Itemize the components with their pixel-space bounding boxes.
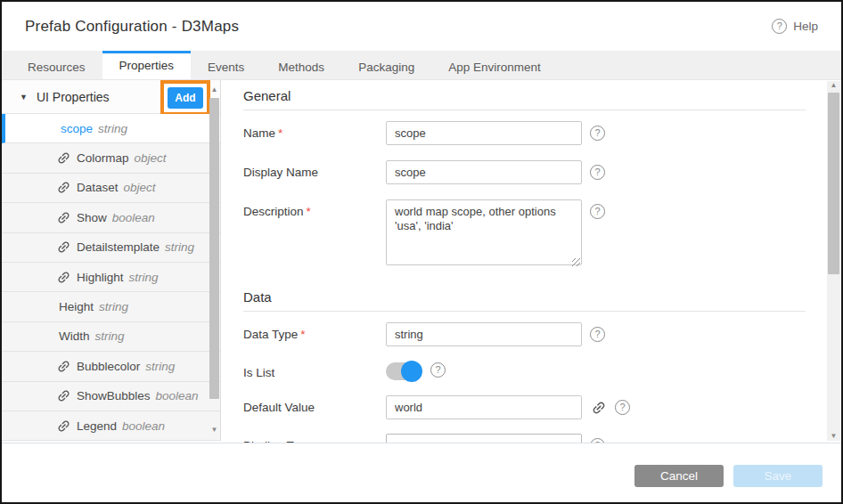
link-icon: [53, 266, 74, 288]
data-type-help-icon[interactable]: ?: [590, 327, 605, 342]
tab-packaging[interactable]: Packaging: [341, 51, 431, 79]
property-type: boolean: [156, 389, 199, 402]
property-name: Legend: [77, 419, 117, 433]
property-item-highlight[interactable]: Highlight string: [2, 263, 220, 292]
bind-link-icon[interactable]: [587, 396, 610, 419]
ui-properties-sidebar: ▼ UI Properties Add scope string Colorma…: [2, 80, 221, 441]
description-help-icon[interactable]: ?: [590, 204, 605, 219]
property-type: string: [98, 122, 127, 135]
field-row-name: Name ?: [243, 121, 806, 145]
scroll-down-icon[interactable]: ▼: [211, 426, 218, 435]
is-list-toggle[interactable]: [386, 362, 420, 380]
dialog-title: Prefab Configuration - D3Maps: [25, 18, 239, 36]
help-label: Help: [793, 20, 818, 33]
scroll-up-icon[interactable]: ▲: [831, 81, 838, 90]
tab-bar: Resources Properties Events Methods Pack…: [2, 51, 841, 80]
property-name: Bubblecolor: [77, 360, 140, 373]
is-list-label: Is List: [243, 361, 386, 379]
collapse-caret-icon[interactable]: ▼: [20, 93, 28, 102]
link-icon: [53, 148, 74, 169]
link-icon: [53, 237, 74, 258]
scroll-down-icon[interactable]: ▼: [831, 432, 838, 441]
description-label: Description: [243, 199, 386, 218]
is-list-help-icon[interactable]: ?: [430, 362, 446, 378]
property-item-show[interactable]: Show boolean: [2, 203, 220, 232]
name-help-icon[interactable]: ?: [590, 126, 605, 141]
property-item-showbubbles[interactable]: ShowBubbles boolean: [2, 382, 220, 411]
property-name: Height: [59, 300, 94, 313]
sidebar-header: ▼ UI Properties Add: [2, 80, 220, 114]
field-row-description: Description world map scope, other optio…: [243, 199, 806, 269]
display-name-input[interactable]: [386, 160, 582, 184]
scroll-up-icon[interactable]: ▲: [211, 85, 218, 94]
add-button-highlight: Add: [160, 80, 210, 116]
sidebar-scrollbar-thumb[interactable]: [209, 98, 219, 399]
default-value-label: Default Value: [243, 395, 386, 414]
tab-events[interactable]: Events: [191, 51, 261, 79]
field-row-data-type: Data Type ?: [243, 322, 806, 346]
link-icon: [53, 207, 74, 228]
form-scrollbar-thumb[interactable]: [828, 93, 839, 274]
link-icon: [53, 177, 74, 199]
title-bar: Prefab Configuration - D3Maps ? Help: [2, 2, 841, 51]
default-value-input[interactable]: [386, 395, 582, 419]
sidebar-title: UI Properties: [37, 90, 110, 104]
property-item-scope[interactable]: scope string: [2, 114, 220, 143]
help-icon: ?: [772, 19, 787, 34]
property-name: Width: [59, 329, 90, 343]
property-type: boolean: [122, 419, 165, 433]
save-button[interactable]: Save: [733, 465, 823, 487]
toggle-knob: [401, 361, 422, 382]
help-button[interactable]: ? Help: [772, 19, 818, 34]
cancel-button[interactable]: Cancel: [634, 465, 724, 487]
data-type-label: Data Type: [243, 322, 386, 341]
display-name-label: Display Name: [243, 160, 386, 179]
property-type: string: [99, 300, 128, 313]
prefab-configuration-dialog: Prefab Configuration - D3Maps ? Help Res…: [0, 0, 843, 504]
property-name: ShowBubbles: [77, 389, 151, 402]
name-input[interactable]: [386, 121, 582, 145]
property-type: string: [129, 271, 159, 284]
description-textarea[interactable]: world map scope, other options 'usa', 'i…: [386, 199, 582, 265]
property-type: object: [135, 151, 167, 165]
property-item-bubblecolor[interactable]: Bubblecolor string: [2, 352, 220, 381]
form-scrollbar[interactable]: ▲ ▼: [827, 81, 840, 441]
property-type: string: [145, 360, 175, 373]
field-row-display-name: Display Name ?: [243, 160, 806, 184]
link-icon: [53, 386, 74, 407]
display-name-help-icon[interactable]: ?: [590, 165, 605, 180]
data-type-input[interactable]: [386, 322, 582, 346]
link-icon: [53, 355, 74, 377]
name-label: Name: [243, 121, 386, 140]
property-form: General Name ? Display Name ? Descriptio…: [243, 80, 806, 458]
add-property-button[interactable]: Add: [168, 87, 203, 109]
link-icon: [53, 415, 74, 436]
property-type: object: [124, 181, 156, 194]
dialog-footer: Cancel Save: [2, 443, 841, 502]
tab-resources[interactable]: Resources: [11, 51, 102, 79]
property-form-panel: General Name ? Display Name ? Descriptio…: [222, 80, 841, 443]
default-value-help-icon[interactable]: ?: [615, 400, 630, 415]
sidebar-scrollbar[interactable]: ▲ ▼: [209, 85, 219, 435]
property-type: boolean: [112, 211, 155, 224]
property-name: Highlight: [77, 271, 124, 284]
tab-app-environment[interactable]: App Environment: [431, 51, 558, 79]
tab-properties[interactable]: Properties: [102, 51, 192, 79]
property-item-width[interactable]: Width string: [2, 322, 220, 352]
section-title-general: General: [243, 80, 806, 110]
property-item-detailstemplate[interactable]: Detailstemplate string: [2, 233, 220, 263]
property-name: Show: [77, 211, 107, 224]
property-item-height[interactable]: Height string: [2, 292, 220, 321]
property-name: Dataset: [77, 181, 119, 194]
field-row-default-value: Default Value ?: [243, 395, 806, 419]
property-type: string: [95, 329, 125, 343]
dialog-body: ▼ UI Properties Add scope string Colorma…: [2, 80, 841, 443]
property-item-legend[interactable]: Legend boolean: [2, 411, 220, 441]
property-name: Detailstemplate: [77, 240, 160, 254]
property-item-dataset[interactable]: Dataset object: [2, 174, 220, 203]
property-name: scope: [61, 122, 93, 135]
description-textarea-wrap: world map scope, other options 'usa', 'i…: [386, 199, 582, 269]
field-row-is-list: Is List ?: [243, 361, 806, 380]
property-item-colormap[interactable]: Colormap object: [2, 143, 220, 173]
tab-methods[interactable]: Methods: [261, 51, 341, 79]
